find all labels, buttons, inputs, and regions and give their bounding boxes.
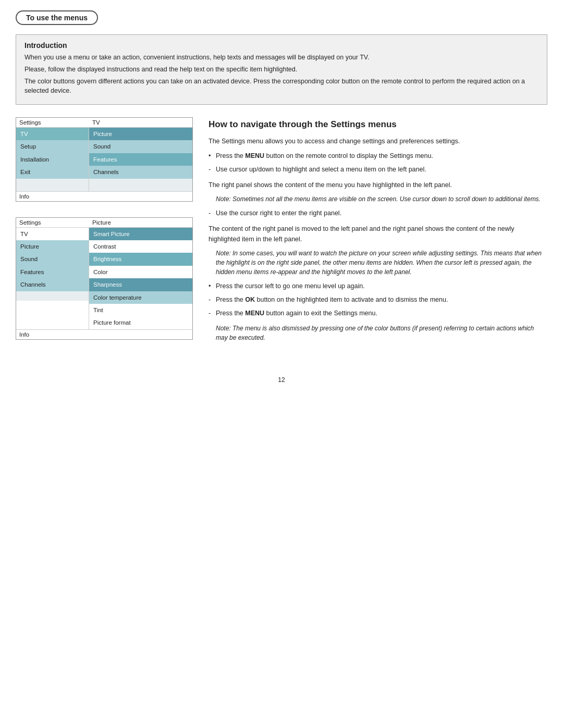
bullet-3: Use the cursor right to enter the right … — [209, 208, 547, 218]
bullet-2: Use cursor up/down to highlight and sele… — [209, 164, 547, 175]
diag1-left-row-0: TV — [16, 128, 89, 140]
diag1-footer: Info — [16, 191, 192, 201]
diag2-left-row-4: Channels — [16, 278, 89, 291]
diag2-left-row-7 — [16, 298, 89, 301]
how-to-bullets-2: Use the cursor right to enter the right … — [209, 208, 547, 218]
diag2-right-row-7: Picture format — [89, 316, 192, 329]
diag1-left-row-3: Exit — [16, 166, 89, 178]
bullet-5-start: Press the — [216, 296, 245, 303]
intro-heading: Introduction — [25, 41, 538, 50]
intro-box: Introduction When you use a menu or take… — [16, 34, 547, 105]
bullet-1-start: Press the — [216, 152, 245, 159]
diag2-left-row-3: Features — [16, 266, 89, 278]
diag2-right: Smart Picture Contrast Brightness Color … — [89, 228, 192, 329]
how-to-title: How to navigate through the Settings men… — [209, 119, 547, 130]
diag2-right-row-5: Color temperature — [89, 291, 192, 304]
diag1-header: Settings TV — [16, 118, 192, 128]
diag1-left: TV Setup Installation Exit — [16, 128, 89, 191]
bullet-6-start: Press the — [216, 310, 245, 317]
page-number: 12 — [16, 376, 547, 384]
diag2-right-row-0: Smart Picture — [89, 228, 192, 240]
how-to-title-start: How to navigate through the — [209, 119, 331, 129]
diag1-col2-header: TV — [92, 119, 100, 126]
bullet-5-end: button on the highlighted item to activa… — [255, 296, 448, 303]
intro-line-3: The color buttons govern different actio… — [25, 77, 538, 96]
diag2-body: TV Picture Sound Features Channels Smart… — [16, 228, 192, 329]
how-to-bullets-3: Press the cursor left to go one menu lev… — [209, 281, 547, 318]
diag2-right-row-6: Tint — [89, 304, 192, 316]
left-column: Settings TV TV Setup Installation Exit P… — [16, 117, 193, 355]
diag1-right: Picture Sound Features Channels — [89, 128, 192, 191]
right-column: How to navigate through the Settings men… — [209, 117, 547, 355]
diag2-right-row-1: Contrast — [89, 240, 192, 253]
main-content: Settings TV TV Setup Installation Exit P… — [16, 117, 547, 355]
menu-diagram-2: Settings Picture TV Picture Sound Featur… — [16, 217, 193, 340]
diag1-left-row-7 — [16, 188, 89, 191]
diag2-left-row-2: Sound — [16, 253, 89, 265]
diag2-left: TV Picture Sound Features Channels — [16, 228, 89, 329]
diag2-right-row-2: Brightness — [89, 253, 192, 265]
diag1-left-row-1: Setup — [16, 140, 89, 153]
how-to-note3: Note: The menu is also dismissed by pres… — [216, 324, 547, 342]
how-to-para1: The right panel shows the content of the… — [209, 180, 547, 190]
how-to-para2: The content of the right panel is moved … — [209, 224, 547, 244]
diag1-right-row-1: Sound — [89, 140, 192, 153]
diag2-right-row-3: Color — [89, 266, 192, 278]
bullet-5-bold: OK — [245, 296, 255, 303]
bullet-1-end: button on the remote control to display … — [264, 152, 433, 159]
bullet-6-bold: MENU — [245, 310, 264, 317]
diag2-left-row-0: TV — [16, 228, 89, 240]
diag1-right-row-3: Channels — [89, 166, 192, 178]
how-to-intro: The Settings menu allows you to access a… — [209, 136, 547, 146]
diag1-right-row-0: Picture — [89, 128, 192, 140]
diag2-header: Settings Picture — [16, 218, 192, 228]
bullet-4: Press the cursor left to go one menu lev… — [209, 281, 547, 291]
how-to-note1: Note: Sometimes not all the menu items a… — [216, 194, 547, 204]
diag1-right-row-7 — [89, 188, 192, 191]
diag2-col1-header: Settings — [19, 219, 92, 226]
diag2-right-row-4: Sharpness — [89, 278, 192, 291]
bullet-1: Press the MENU button on the remote cont… — [209, 151, 547, 161]
diag1-right-row-2: Features — [89, 153, 192, 166]
diag1-body: TV Setup Installation Exit Picture Sound… — [16, 128, 192, 191]
bullet-1-bold: MENU — [245, 152, 264, 159]
page-header-pill: To use the menus — [16, 10, 98, 25]
diag1-left-row-2: Installation — [16, 153, 89, 166]
menu-diagram-1: Settings TV TV Setup Installation Exit P… — [16, 117, 193, 202]
diag2-footer: Info — [16, 329, 192, 339]
bullet-6: Press the MENU button again to exit the … — [209, 308, 547, 318]
intro-line-2: Please, follow the displayed instruction… — [25, 65, 538, 75]
diag1-col1-header: Settings — [19, 119, 92, 126]
intro-line-1: When you use a menu or take an action, c… — [25, 53, 538, 63]
diag2-col2-header: Picture — [92, 219, 111, 226]
how-to-bullets-1: Press the MENU button on the remote cont… — [209, 151, 547, 175]
how-to-note2: Note: In some cases, you will want to wa… — [216, 249, 547, 277]
how-to-title-bold: Settings menus — [331, 119, 397, 129]
bullet-6-end: button again to exit the Settings menu. — [264, 310, 377, 317]
bullet-5: Press the OK button on the highlighted i… — [209, 294, 547, 305]
diag2-left-row-1: Picture — [16, 240, 89, 253]
